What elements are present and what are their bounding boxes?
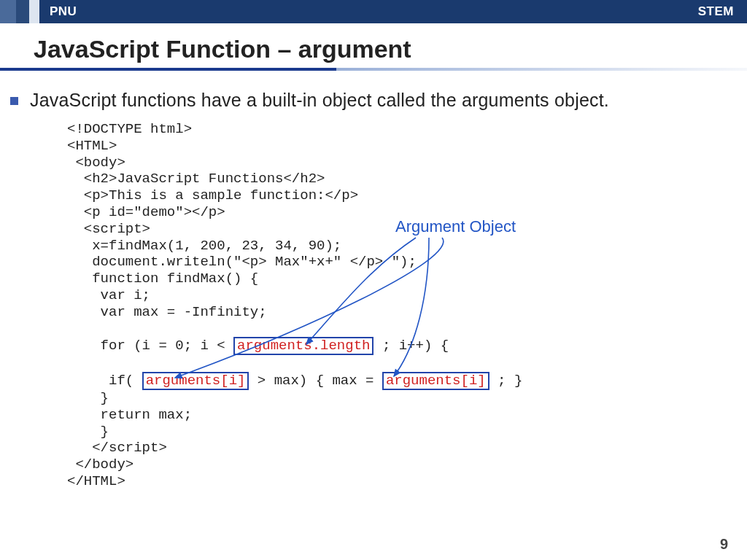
page-number: 9 [720,536,728,553]
arguments-index-box-2: arguments[i] [382,372,489,390]
code-line: </script> [67,440,167,456]
slide-title: JavaScript Function – argument [34,35,747,63]
header-org-left: PNU [50,4,77,19]
code-line: <!DOCTYPE html> [67,121,192,137]
title-row: JavaScript Function – argument [0,23,747,68]
header-blocks-icon [0,0,39,23]
bullet-text: JavaScript functions have a built-in obj… [30,90,609,111]
annotation-argument-object: Argument Object [395,217,516,236]
code-line: var i; [67,287,150,303]
code-line: function findMax() { [67,271,258,287]
code-line: } [67,424,109,440]
arguments-length-box: arguments.length [233,337,374,355]
code-line: var max = -Infinity; [67,304,267,320]
bullet-row: JavaScript functions have a built-in obj… [7,90,718,111]
body-area: JavaScript functions have a built-in obj… [0,90,747,523]
code-line: </body> [67,456,133,472]
header-left: PNU [0,0,77,23]
code-line: document.writeln("<p> Max"+x+" </p> "); [67,254,417,270]
title-underline [0,68,747,71]
code-line: <h2>JavaScript Functions</h2> [67,171,325,187]
code-line: </HTML> [67,473,125,489]
code-line-part: ; } [489,373,523,389]
code-line: } [67,390,109,406]
bullet-icon [10,97,18,105]
arguments-index-box-1: arguments[i] [142,372,249,390]
code-line: <p id="demo"></p> [67,204,225,220]
code-line-part: for (i = 0; i < [67,338,233,354]
header-bar: PNU STEM [0,0,747,23]
code-line-part: ; i++) { [374,338,449,354]
code-line-part: > max) { max = [249,373,382,389]
code-line-part: if( [67,373,142,389]
code-line: return max; [67,407,192,423]
code-line: x=findMax(1, 200, 23, 34, 90); [67,238,341,254]
code-block: <!DOCTYPE html> <HTML> <body> <h2>JavaSc… [7,121,718,523]
code-line: <script> [67,221,150,237]
code-line: <HTML> [67,138,117,154]
code-line: <p>This is a sample function:</p> [67,187,358,203]
code-line: <body> [67,155,125,171]
header-org-right: STEM [698,4,734,19]
